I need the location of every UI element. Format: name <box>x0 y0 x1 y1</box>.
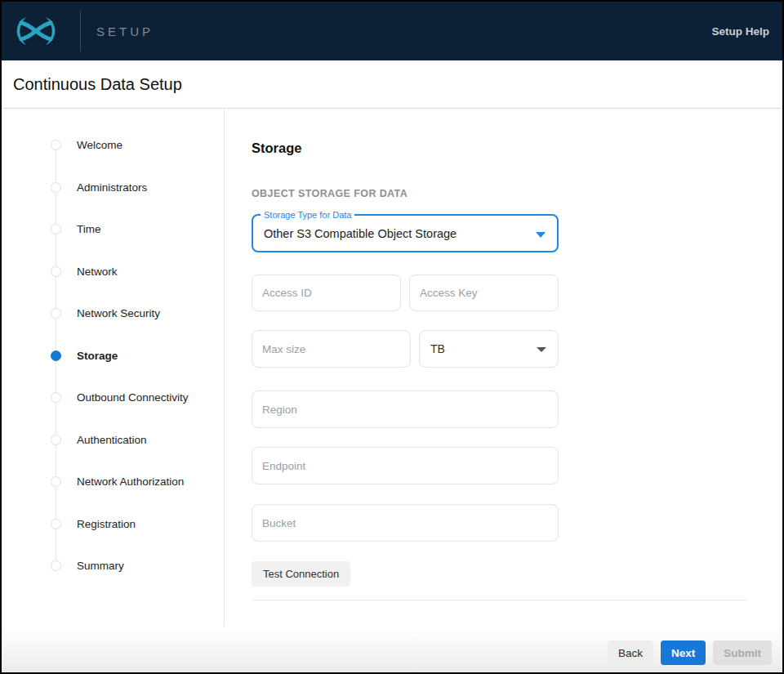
step-dot-icon <box>51 182 61 193</box>
step-dot-icon <box>51 392 61 403</box>
step-dot-icon <box>51 140 61 150</box>
step-label: Authentication <box>77 434 147 446</box>
stepper-item-administrators[interactable]: Administrators <box>51 179 189 196</box>
stepper-item-summary[interactable]: Summary <box>51 557 189 574</box>
access-key-input[interactable] <box>409 275 559 311</box>
max-size-input[interactable] <box>252 330 411 368</box>
chevron-down-icon <box>537 347 546 352</box>
wizard-footer: Back Next Submit <box>2 627 782 672</box>
stepper-item-network-authorization[interactable]: Network Authorization <box>51 473 189 490</box>
region-input[interactable] <box>252 391 559 428</box>
storage-type-value: Other S3 Compatible Object Storage <box>264 227 457 240</box>
size-unit-value: TB <box>430 342 445 355</box>
setup-help-link[interactable]: Setup Help <box>711 25 769 38</box>
size-row: TB <box>252 330 559 368</box>
step-dot-icon <box>51 560 61 571</box>
step-dot-icon <box>51 266 61 277</box>
access-id-input[interactable] <box>252 275 401 311</box>
stepper-item-time[interactable]: Time <box>51 221 189 238</box>
storage-step-panel: Storage OBJECT STORAGE FOR DATA Storage … <box>225 109 782 627</box>
step-label: Network Security <box>77 307 160 319</box>
chevron-down-icon <box>536 232 546 238</box>
endpoint-row <box>252 447 559 484</box>
title-band: Continuous Data Setup <box>2 60 782 109</box>
step-dot-icon <box>51 308 61 319</box>
step-dot-active-icon <box>51 350 61 361</box>
stepper-item-network[interactable]: Network <box>51 263 189 280</box>
step-dot-icon <box>51 224 61 234</box>
region-row <box>252 391 559 428</box>
test-connection-button[interactable]: Test Connection <box>252 561 350 587</box>
setup-window: SETUP Setup Help Continuous Data Setup W… <box>2 2 782 672</box>
step-label: Network <box>77 266 118 278</box>
brand-title: SETUP <box>96 25 154 38</box>
storage-type-select[interactable]: Storage Type for Data Other S3 Compatibl… <box>252 214 559 252</box>
step-label: Network Authorization <box>77 475 184 488</box>
stepper-item-registration[interactable]: Registration <box>51 516 189 533</box>
stepper-item-authentication[interactable]: Authentication <box>51 431 189 449</box>
bucket-input[interactable] <box>252 504 559 542</box>
submit-button[interactable]: Submit <box>713 641 772 665</box>
stepper-item-network-security[interactable]: Network Security <box>51 305 189 322</box>
step-label: Time <box>77 223 101 235</box>
wizard-stepper: Welcome Administrators Time Network Netw… <box>51 136 189 600</box>
step-heading: Storage <box>252 141 301 156</box>
object-storage-section-label: OBJECT STORAGE FOR DATA <box>252 188 408 199</box>
step-dot-icon <box>51 435 61 445</box>
step-label: Registration <box>77 518 136 530</box>
page-title: Continuous Data Setup <box>13 75 182 94</box>
size-unit-select[interactable]: TB <box>419 330 559 368</box>
stepper-item-welcome[interactable]: Welcome <box>51 136 189 154</box>
storage-type-label: Storage Type for Data <box>261 209 354 221</box>
wizard-sidebar: Welcome Administrators Time Network Netw… <box>2 109 225 627</box>
credentials-row <box>252 275 559 311</box>
stepper-item-outbound-connectivity[interactable]: Outbound Connectivity <box>51 389 189 406</box>
back-button[interactable]: Back <box>608 641 653 665</box>
next-button[interactable]: Next <box>661 641 706 665</box>
step-dot-icon <box>51 519 61 529</box>
step-label: Storage <box>77 350 118 362</box>
stepper-item-storage-active[interactable]: Storage <box>51 347 189 364</box>
step-dot-icon <box>51 476 61 487</box>
delphix-logo-icon <box>11 15 61 47</box>
content-divider <box>252 600 748 600</box>
endpoint-input[interactable] <box>252 447 559 484</box>
brand-divider <box>80 11 81 51</box>
bucket-row <box>252 504 559 542</box>
step-label: Administrators <box>77 181 147 194</box>
top-bar: SETUP Setup Help <box>2 2 782 60</box>
step-label: Outbound Connectivity <box>77 391 189 404</box>
footer-buttons: Back Next Submit <box>608 641 772 665</box>
step-label: Welcome <box>77 139 122 151</box>
step-label: Summary <box>77 560 124 572</box>
